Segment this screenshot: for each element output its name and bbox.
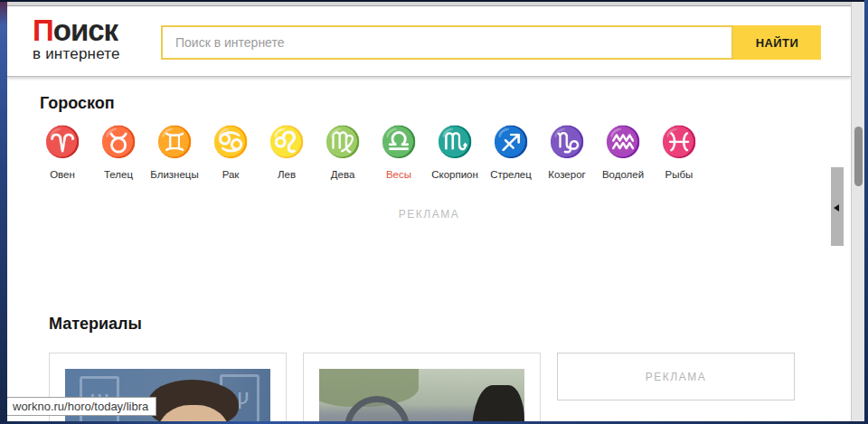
zodiac-leo-icon: ♌ — [259, 121, 315, 165]
zodiac-label: Близнецы — [146, 169, 203, 180]
zodiac-item-capricorn[interactable]: ♑Козерог — [539, 121, 595, 180]
zodiac-item-sagittarius[interactable]: ♐Стрелец — [483, 121, 539, 180]
zodiac-scorpio-icon: ♏ — [427, 121, 483, 165]
scrollbar-thumb[interactable] — [854, 127, 863, 186]
zodiac-label: Телец — [90, 169, 146, 180]
page-viewport: Поиск в интернете НАЙТИ Гороскоп ♈Овен♉Т… — [7, 2, 851, 421]
zodiac-label: Весы — [371, 169, 427, 180]
material-card-2[interactable] — [303, 353, 541, 421]
zodiac-label: Козерог — [539, 169, 595, 180]
logo-accent-letter: П — [33, 14, 53, 47]
zodiac-label: Овен — [34, 169, 90, 180]
window-frame-right — [864, 0, 868, 424]
zodiac-item-taurus[interactable]: ♉Телец — [90, 121, 146, 180]
logo-rest-letters: оиск — [53, 14, 118, 47]
zodiac-item-virgo[interactable]: ♍Дева — [315, 121, 371, 180]
site-header: Поиск в интернете НАЙТИ — [7, 6, 851, 77]
zodiac-row: ♈Овен♉Телец♊Близнецы♋Рак♌Лев♍Дева♎Весы♏С… — [34, 121, 707, 180]
search-button[interactable]: НАЙТИ — [733, 25, 821, 60]
window-frame-top — [0, 0, 868, 2]
zodiac-libra-icon: ♎ — [371, 121, 427, 165]
zodiac-virgo-icon: ♍ — [315, 121, 371, 165]
window-frame-left — [0, 0, 7, 424]
zodiac-label: Рак — [203, 169, 259, 180]
zodiac-capricorn-icon: ♑ — [539, 121, 595, 165]
sidebar-collapse-flap[interactable] — [831, 167, 844, 246]
zodiac-aries-icon: ♈ — [34, 121, 90, 165]
car-dashboard-photo — [319, 369, 524, 421]
zodiac-item-cancer[interactable]: ♋Рак — [203, 121, 259, 180]
zodiac-label: Рыбы — [651, 169, 707, 180]
zodiac-gemini-icon: ♊ — [146, 121, 203, 165]
material-card-ad: РЕКЛАМА — [557, 353, 795, 400]
browser-window: Поиск в интернете НАЙТИ Гороскоп ♈Овен♉Т… — [0, 0, 868, 424]
zodiac-item-pisces[interactable]: ♓Рыбы — [651, 121, 707, 180]
zodiac-label: Скорпион — [427, 169, 483, 180]
zodiac-item-aries[interactable]: ♈Овен — [34, 121, 90, 180]
zodiac-label: Лев — [259, 169, 315, 180]
search-input[interactable] — [161, 25, 733, 60]
materials-cards-row: Ψ Ψ РЕКЛАМА — [49, 353, 795, 421]
zodiac-label: Дева — [315, 169, 371, 180]
zodiac-cancer-icon: ♋ — [203, 121, 259, 165]
status-url-tooltip: workno.ru/horo/today/libra — [7, 397, 156, 416]
logo-subtitle: в интернете — [33, 46, 120, 61]
zodiac-aquarius-icon: ♒ — [595, 121, 651, 165]
scrollbar-track[interactable] — [851, 2, 864, 421]
site-logo[interactable]: Поиск в интернете — [33, 15, 120, 61]
logo-title: Поиск — [33, 15, 120, 45]
zodiac-item-scorpio[interactable]: ♏Скорпион — [427, 121, 483, 180]
zodiac-item-gemini[interactable]: ♊Близнецы — [146, 121, 203, 180]
zodiac-label: Стрелец — [483, 169, 539, 180]
collapse-left-arrow-icon — [834, 204, 839, 212]
zodiac-taurus-icon: ♉ — [90, 121, 146, 165]
dark-figure — [472, 385, 524, 421]
ad-banner-placeholder: РЕКЛАМА — [7, 208, 851, 221]
materials-section-title: Материалы — [49, 315, 142, 334]
horoscope-section-title: Гороскоп — [40, 94, 115, 113]
zodiac-item-leo[interactable]: ♌Лев — [259, 121, 315, 180]
zodiac-sagittarius-icon: ♐ — [483, 121, 539, 165]
zodiac-pisces-icon: ♓ — [651, 121, 707, 165]
zodiac-item-libra[interactable]: ♎Весы — [371, 121, 427, 180]
zodiac-label: Водолей — [595, 169, 651, 180]
zodiac-item-aquarius[interactable]: ♒Водолей — [595, 121, 651, 180]
